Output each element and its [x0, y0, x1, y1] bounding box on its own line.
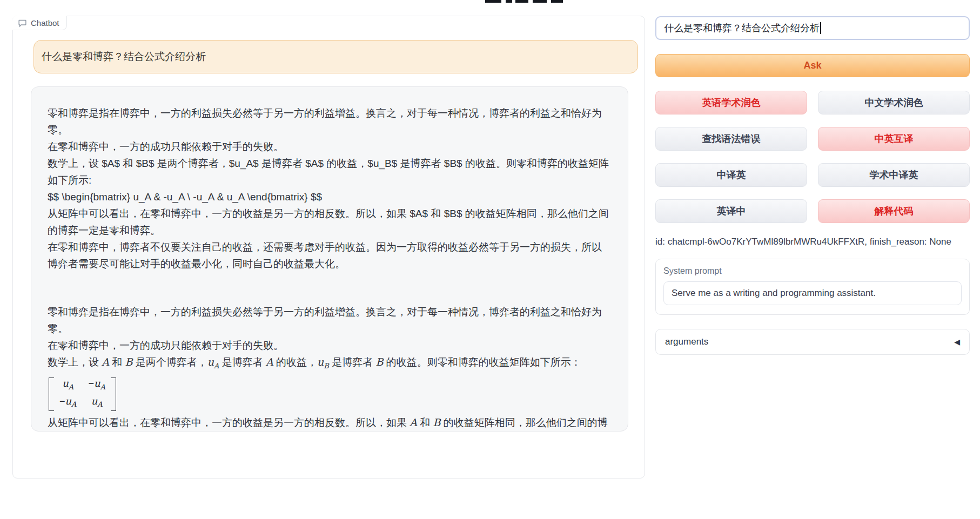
preset-button-find-grammar-errors[interactable]: 查找语法错误: [655, 127, 807, 151]
user-message-text: 什么是零和博弈？结合公式介绍分析: [42, 50, 206, 64]
collapse-arrow-icon: ◀: [954, 338, 960, 346]
chatbot-panel: Chatbot 什么是零和博弈？结合公式介绍分析 零和博弈是指在博弈中，一方的利…: [12, 16, 645, 478]
system-prompt-input[interactable]: Serve me as a writing and programming as…: [663, 281, 962, 305]
control-column: 什么是零和博弈？结合公式介绍分析 Ask 英语学术润色 中文学术润色 查找语法错…: [655, 16, 970, 355]
matrix-right-bracket: [111, 378, 116, 411]
bot-raw-line: 数学上，设 $A$ 和 $B$ 是两个博弈者，$u_A$ 是博弈者 $A$ 的收…: [48, 155, 612, 188]
chatbot-label: Chatbot: [12, 16, 67, 30]
matrix-cell: −uA: [89, 376, 106, 394]
chat-bubble-icon: [18, 18, 27, 28]
question-input-value: 什么是零和博弈？结合公式介绍分析: [664, 22, 820, 35]
bot-rendered-line: 从矩阵中可以看出，在零和博弈中，一方的收益是另一方的相反数。所以，如果 A 和 …: [48, 414, 612, 432]
bot-rendered-line: 数学上，设 A 和 B 是两个博弈者，uA 是博弈者 A 的收益，uB 是博弈者…: [48, 354, 612, 374]
completion-meta-text: id: chatcmpl-6wOo7KrYTwMl89lbrMWRu4UkFFX…: [655, 237, 970, 247]
preset-button-en-to-zh[interactable]: 英译中: [655, 199, 807, 223]
user-message-bubble: 什么是零和博弈？结合公式介绍分析: [33, 40, 638, 73]
payoff-matrix: uA −uA −uA uA: [49, 378, 612, 411]
question-input[interactable]: 什么是零和博弈？结合公式介绍分析: [655, 16, 970, 40]
paragraph-gap: [48, 272, 612, 304]
preset-button-zh-en-mutual-translation[interactable]: 中英互译: [818, 127, 970, 151]
app-root: Chatbot 什么是零和博弈？结合公式介绍分析 零和博弈是指在博弈中，一方的利…: [0, 0, 980, 519]
preset-button-explain-code[interactable]: 解释代码: [818, 199, 970, 223]
chatbot-label-text: Chatbot: [31, 18, 59, 28]
bot-raw-line: 零和博弈是指在博弈中，一方的利益损失必然等于另一方的利益增益。换言之，对于每一种…: [48, 105, 612, 138]
arguments-accordion[interactable]: arguments ◀: [655, 329, 970, 355]
bot-rendered-line: 零和博弈是指在博弈中，一方的利益损失必然等于另一方的利益增益。换言之，对于每一种…: [48, 304, 612, 337]
bot-raw-line: 在零和博弈中，博弈者不仅要关注自己的收益，还需要考虑对手的收益。因为一方取得的收…: [48, 239, 612, 272]
clipped-page-title: [0, 0, 980, 4]
ask-button[interactable]: Ask: [655, 54, 970, 77]
system-prompt-group: System prompt Serve me as a writing and …: [655, 259, 970, 315]
text-caret: [820, 22, 821, 34]
bot-raw-latex-formula: $$ \begin{bmatrix} u_A & -u_A \ -u_A & u…: [48, 188, 612, 205]
bot-message-bubble: 零和博弈是指在博弈中，一方的利益损失必然等于另一方的利益增益。换言之，对于每一种…: [31, 86, 628, 432]
arguments-accordion-label: arguments: [665, 336, 708, 347]
chat-log: 什么是零和博弈？结合公式介绍分析 零和博弈是指在博弈中，一方的利益损失必然等于另…: [13, 31, 645, 478]
matrix-cell: −uA: [59, 394, 77, 412]
preset-button-academic-zh-to-en[interactable]: 学术中译英: [818, 163, 970, 187]
matrix-left-bracket: [49, 378, 54, 411]
system-prompt-label: System prompt: [663, 266, 962, 276]
matrix-cell: uA: [91, 394, 103, 412]
bot-raw-line: 从矩阵中可以看出，在零和博弈中，一方的收益是另一方的相反数。所以，如果 $A$ …: [48, 205, 612, 239]
preset-button-grid: 英语学术润色 中文学术润色 查找语法错误 中英互译 中译英 学术中译英 英译中 …: [655, 91, 970, 223]
preset-button-zh-to-en[interactable]: 中译英: [655, 163, 807, 187]
bot-rendered-line: 在零和博弈中，一方的成功只能依赖于对手的失败。: [48, 337, 612, 354]
preset-button-chinese-academic-polish[interactable]: 中文学术润色: [818, 91, 970, 114]
preset-button-english-academic-polish[interactable]: 英语学术润色: [655, 91, 807, 114]
matrix-cell: uA: [62, 376, 73, 394]
bot-raw-line: 在零和博弈中，一方的成功只能依赖于对手的失败。: [48, 138, 612, 155]
